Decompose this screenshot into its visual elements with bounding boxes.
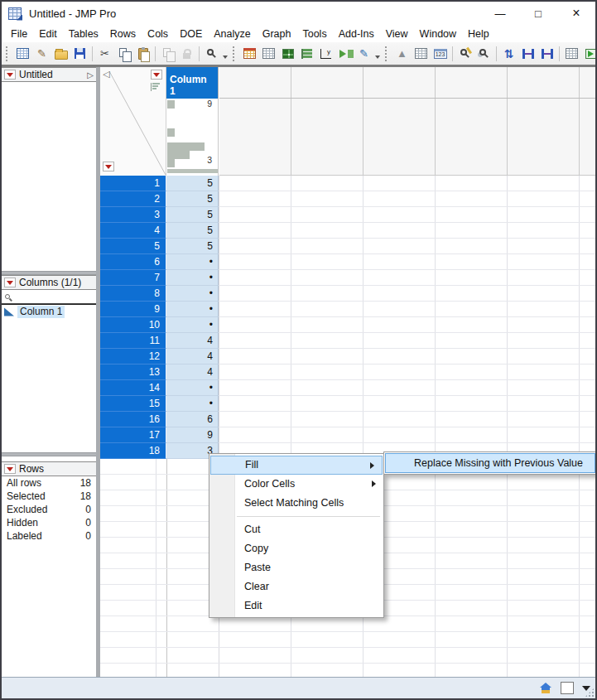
row-header-7[interactable]: 7 [100, 270, 166, 286]
table-icon[interactable] [563, 46, 580, 62]
menu-rows[interactable]: Rows [104, 27, 142, 41]
script-editor-icon[interactable]: ✎ [355, 46, 373, 62]
row-header-13[interactable]: 13 [100, 364, 166, 380]
window-state-box[interactable] [561, 682, 574, 694]
red-triangle-icon[interactable] [4, 464, 16, 474]
join-tables-icon[interactable] [519, 46, 537, 62]
annotate-icon[interactable] [456, 46, 474, 62]
graph-bars-icon[interactable] [298, 46, 315, 62]
tile-windows-icon[interactable] [279, 46, 296, 62]
menu-window[interactable]: Window [414, 27, 462, 41]
row-header-4[interactable]: 4 [100, 223, 166, 239]
menu-edit[interactable]: Edit [33, 27, 63, 41]
histogram-missing-bar[interactable] [167, 169, 218, 173]
rows-red-triangle-icon[interactable] [103, 162, 114, 171]
columns-search-input[interactable] [2, 290, 96, 304]
run-script-icon[interactable] [582, 46, 597, 62]
maximize-button[interactable]: □ [519, 2, 557, 25]
copy-icon[interactable] [115, 46, 132, 62]
cell-column1-row17[interactable]: 9 [166, 427, 219, 443]
cell-column1-row9[interactable]: • [166, 302, 219, 317]
summary-table-icon[interactable] [260, 46, 277, 62]
row-header-11[interactable]: 11 [100, 333, 166, 349]
cell-column1-row4[interactable]: 5 [166, 223, 219, 239]
cell-column1-row5[interactable]: 5 [166, 239, 219, 254]
cell-column1-row15[interactable]: • [166, 396, 219, 412]
paste-icon[interactable] [134, 46, 152, 62]
cell-column1-row14[interactable]: • [166, 380, 219, 396]
data-table-icon[interactable] [241, 46, 258, 62]
search-table-icon[interactable] [475, 46, 493, 62]
import-data-icon[interactable] [336, 46, 354, 62]
histogram-bar-4[interactable] [167, 151, 190, 159]
menu-analyze[interactable]: Analyze [208, 27, 256, 41]
cell-column1-row8[interactable]: • [166, 286, 219, 302]
menu-graph[interactable]: Graph [257, 27, 297, 41]
menu-help[interactable]: Help [462, 27, 495, 41]
sidebar-item-column1[interactable]: Column 1 [2, 304, 96, 318]
context-menu-item-select-matching-cells[interactable]: Select Matching Cells [209, 494, 383, 513]
menu-tables[interactable]: Tables [63, 27, 104, 41]
row-header-16[interactable]: 16 [100, 412, 166, 427]
search-icon[interactable] [203, 46, 220, 62]
histogram-bar-5[interactable] [167, 142, 205, 151]
context-menu-item-color-cells[interactable]: Color Cells [209, 475, 383, 494]
context-menu-item-clear[interactable]: Clear [209, 577, 383, 596]
cell-column1-row16[interactable]: 6 [166, 412, 219, 427]
new-data-table-icon[interactable] [14, 46, 31, 62]
context-menu-item-edit[interactable]: Edit [209, 596, 383, 616]
menu-addins[interactable]: Add-Ins [333, 27, 380, 41]
row-header-5[interactable]: 5 [100, 239, 166, 254]
plot-yx-icon[interactable]: y [317, 46, 335, 62]
context-menu-item-copy[interactable]: Copy [209, 539, 383, 558]
cell-column1-row13[interactable]: 4 [166, 364, 219, 380]
new-script-icon[interactable]: ✎ [33, 46, 51, 62]
row-header-10[interactable]: 10 [100, 317, 166, 333]
row-header-6[interactable]: 6 [100, 254, 166, 270]
cell-column1-row2[interactable]: 5 [166, 191, 219, 207]
calendar-123-icon[interactable]: 123 [431, 46, 449, 62]
toolbar-grip[interactable] [385, 46, 389, 61]
context-menu-item-paste[interactable]: Paste [209, 558, 383, 577]
context-menu-item-cut[interactable]: Cut [209, 520, 383, 539]
cell-column1-row12[interactable]: 4 [166, 349, 219, 364]
cell-column1-row11[interactable]: 4 [166, 333, 219, 349]
column-header-histogram[interactable]: 9 3 [166, 99, 219, 176]
data-grid-icon[interactable] [412, 46, 430, 62]
row-header-14[interactable]: 14 [100, 380, 166, 396]
sort-icon[interactable]: ⇅ [500, 46, 518, 62]
cell-column1-row6[interactable]: • [166, 254, 219, 270]
row-header-2[interactable]: 2 [100, 191, 166, 207]
collapse-left-icon[interactable]: ◁ [103, 69, 109, 80]
chevron-right-icon[interactable]: ▷ [87, 70, 94, 80]
toolbar-grip[interactable] [6, 46, 10, 61]
distribution-icon[interactable]: ▲ [393, 46, 411, 62]
histogram-bar-9[interactable] [167, 100, 175, 109]
row-header-3[interactable]: 3 [100, 207, 166, 223]
toolbar-grip[interactable] [233, 46, 237, 61]
cell-column1-row7[interactable]: • [166, 270, 219, 286]
row-header-12[interactable]: 12 [100, 349, 166, 364]
toolbar-overflow-icon[interactable] [375, 56, 380, 59]
menu-doe[interactable]: DOE [174, 27, 208, 41]
histogram-bar-6[interactable] [167, 128, 175, 137]
cell-column1-row1[interactable]: 5 [166, 176, 219, 191]
submenu-item-replace-missing-with-previous-value[interactable]: Replace Missing with Previous Value [385, 453, 595, 473]
row-header-1[interactable]: 1 [100, 176, 166, 191]
red-triangle-icon[interactable] [4, 278, 16, 287]
menu-file[interactable]: File [5, 27, 33, 41]
cell-column1-row3[interactable]: 5 [166, 207, 219, 223]
dropdown-icon[interactable] [582, 686, 590, 691]
row-header-18[interactable]: 18 [100, 443, 166, 459]
histogram-bar-3[interactable] [167, 159, 175, 167]
row-header-8[interactable]: 8 [100, 286, 166, 302]
minimize-button[interactable]: — [481, 2, 519, 25]
row-header-9[interactable]: 9 [100, 302, 166, 317]
columns-red-triangle-icon[interactable] [151, 70, 162, 80]
cell-column1-row10[interactable]: • [166, 317, 219, 333]
row-header-17[interactable]: 17 [100, 427, 166, 443]
split-table-icon[interactable] [538, 46, 556, 62]
menu-tools[interactable]: Tools [296, 27, 332, 41]
close-button[interactable]: × [557, 2, 595, 25]
open-icon[interactable] [52, 46, 70, 62]
